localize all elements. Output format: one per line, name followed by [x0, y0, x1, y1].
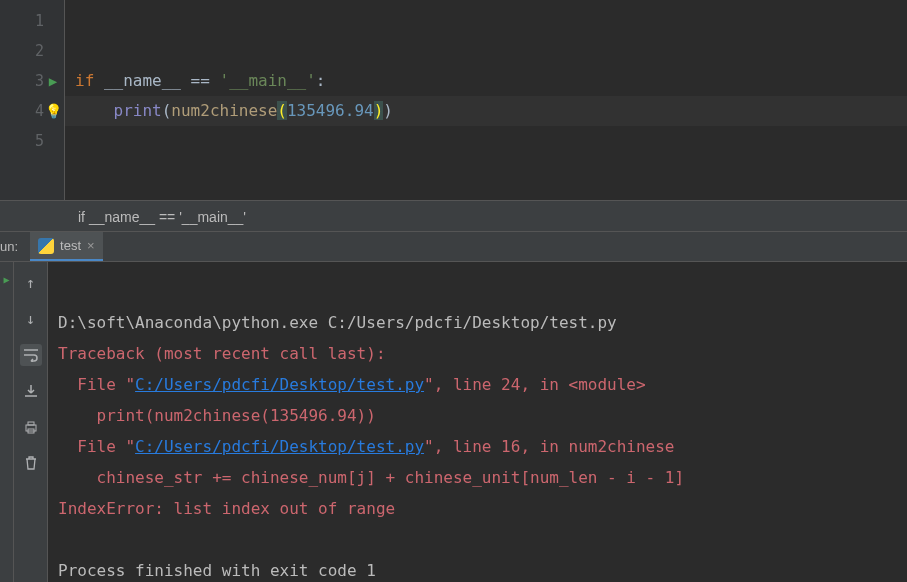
code-line [75, 6, 907, 36]
clear-all-button[interactable] [20, 452, 42, 474]
run-left-strip: ▶ [0, 262, 14, 582]
line-number: 4 [0, 96, 44, 126]
paren: ( [162, 101, 172, 120]
file-link[interactable]: C:/Users/pdcfi/Desktop/test.py [135, 437, 424, 456]
run-tool-window: un: test × ▶ ↑ ↓ D:\soft\Anaco [0, 232, 907, 582]
code-indent [75, 101, 114, 120]
code-text: : [316, 71, 326, 90]
console-error-line: chinese_str += chinese_num[j] + chinese_… [58, 468, 684, 487]
run-header: un: test × [0, 232, 907, 262]
run-panel-body: ▶ ↑ ↓ D:\soft\Anaconda\python.exe C:/Use… [0, 262, 907, 582]
code-line [75, 36, 907, 66]
console-error-line: File " [58, 437, 135, 456]
soft-wrap-button[interactable] [20, 344, 42, 366]
console-error-line: Traceback (most recent call last): [58, 344, 386, 363]
run-toolbar: ↑ ↓ [14, 262, 48, 582]
function-call: num2chinese [171, 101, 277, 120]
line-number: 5 [0, 126, 44, 156]
paren: ) [383, 101, 393, 120]
code-text: == [191, 71, 220, 90]
line-number: 3 [0, 66, 44, 96]
console-error-line: IndexError: list index out of range [58, 499, 395, 518]
svg-rect-1 [28, 422, 34, 425]
console-line: D:\soft\Anaconda\python.exe C:/Users/pdc… [58, 313, 617, 332]
keyword-if: if [75, 71, 94, 90]
matched-paren-open: ( [277, 101, 287, 120]
print-button[interactable] [20, 416, 42, 438]
gutter-spacer [44, 36, 62, 66]
line-number: 1 [0, 6, 44, 36]
editor-gutter: 1 2 3 4 5 ▶ 💡 [0, 0, 64, 200]
run-gutter-icon[interactable]: ▶ [44, 66, 62, 96]
code-text: __name__ [94, 71, 190, 90]
builtin-print: print [114, 101, 162, 120]
gutter-spacer [44, 6, 62, 36]
console-line: Process finished with exit code 1 [58, 561, 376, 580]
string-literal: '__main__' [220, 71, 316, 90]
close-tab-icon[interactable]: × [87, 238, 95, 253]
file-link[interactable]: C:/Users/pdcfi/Desktop/test.py [135, 375, 424, 394]
gutter-icons: ▶ 💡 [44, 6, 62, 126]
code-line: print(num2chinese(135496.94)) [75, 96, 907, 126]
run-tab[interactable]: test × [30, 232, 103, 261]
run-title: un: [0, 239, 30, 254]
code-line: if __name__ == '__main__': [75, 66, 907, 96]
console-error-line: print(num2chinese(135496.94)) [58, 406, 376, 425]
intention-bulb-icon[interactable]: 💡 [44, 96, 62, 126]
code-editor[interactable]: if __name__ == '__main__': print(num2chi… [64, 0, 907, 200]
python-file-icon [38, 238, 54, 254]
rerun-indicator-icon[interactable]: ▶ [3, 274, 9, 285]
console-error-line: ", line 24, in <module> [424, 375, 646, 394]
console-output[interactable]: D:\soft\Anaconda\python.exe C:/Users/pdc… [48, 262, 907, 582]
scroll-to-end-button[interactable] [20, 380, 42, 402]
line-number: 2 [0, 36, 44, 66]
up-stack-button[interactable]: ↑ [20, 272, 42, 294]
breadcrumb-item[interactable]: if __name__ == '__main__' [78, 209, 246, 225]
editor-area: 1 2 3 4 5 ▶ 💡 if __name__ == '__main__':… [0, 0, 907, 200]
console-error-line: File " [58, 375, 135, 394]
run-tab-label: test [60, 238, 81, 253]
console-error-line: ", line 16, in num2chinese [424, 437, 674, 456]
matched-paren-close: ) [374, 101, 384, 120]
number-literal: 135496.94 [287, 101, 374, 120]
down-stack-button[interactable]: ↓ [20, 308, 42, 330]
breadcrumb-bar[interactable]: if __name__ == '__main__' [0, 200, 907, 232]
